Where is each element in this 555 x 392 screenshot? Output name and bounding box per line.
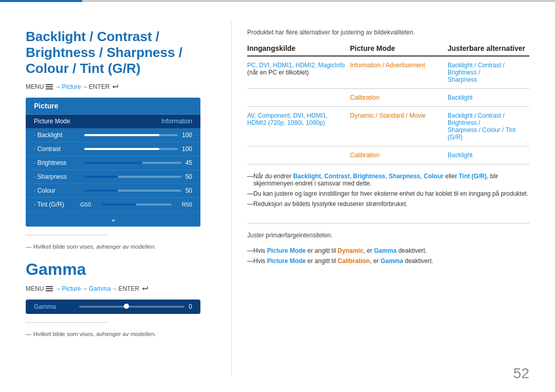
right-section2: Juster primærfargeintensiteten. Hvis Pic… (247, 232, 529, 265)
menu-label-2: MENU (26, 285, 44, 292)
backlight-row[interactable]: · Backlight 100 (26, 128, 200, 142)
section1-title: Backlight / Contrast / Brightness / Shar… (26, 29, 216, 77)
menu-icon (46, 84, 53, 89)
section2-note: Hvilket bilde som vises, avhenger av mod… (26, 331, 216, 337)
td-1-1-text: PC, DVI, HDMI1, HDMI2, MagicInfo (247, 62, 345, 69)
td-4-3-text: Backlight (448, 152, 473, 159)
gamma-intro: Juster primærfargeintensiteten. (247, 232, 529, 239)
td-1-1: PC, DVI, HDMI1, HDMI2, MagicInfo (når en… (247, 62, 350, 76)
sharpness-slider[interactable] (84, 176, 181, 178)
td-2-2-text: Calibration (350, 94, 379, 101)
gamma-row-value: 0 (189, 303, 192, 310)
enter-label-2: ENTER (118, 285, 139, 292)
td-3-1-text-1: AV, Component, DVI, HDMI1, (247, 112, 328, 119)
td-1-2-text: Information / Advertisement (350, 62, 425, 69)
section1-note: Hvilket bilde som vises, avhenger av mod… (26, 244, 216, 250)
td-2-2: Calibration (350, 94, 448, 101)
picture-link[interactable]: Picture (62, 83, 81, 90)
gamma-panel: Gamma 0 (26, 300, 200, 314)
page-number: 52 (513, 365, 529, 382)
colour-value: 50 (186, 187, 192, 194)
brightness-value: 45 (186, 159, 192, 166)
menu-label: MENU (26, 83, 44, 90)
section2: Gamma MENU → Picture → Gamma → ENTER Gam… (26, 260, 216, 337)
arrow-2: → (82, 84, 88, 90)
picture-mode-label: Picture Mode (34, 118, 70, 125)
backlight-value: 100 (182, 132, 192, 139)
picture-panel: Picture Picture Mode Information · Backl… (26, 98, 200, 227)
td-4-3: Backlight (448, 152, 529, 159)
notes-section: Når du endrer Backlight, Contrast, Brigh… (247, 173, 529, 208)
td-3-3-text-1: Backlight / Contrast / Brightness / (448, 112, 505, 126)
gamma-row[interactable]: Gamma 0 (26, 300, 200, 314)
colour-slider[interactable] (84, 190, 181, 192)
td-2-3-text: Backlight (448, 94, 473, 101)
picture-mode-row[interactable]: Picture Mode Information (26, 115, 200, 128)
td-1-1-sub: (når en PC er tilkoblet) (247, 69, 309, 76)
gamma-link[interactable]: Gamma (89, 285, 111, 292)
table-header: Inngangskilde Picture Mode Justerbare al… (247, 44, 529, 57)
td-3-2-text: Dynamic / Standard / Movie (350, 112, 425, 119)
scroll-down-indicator: ⌄ (26, 212, 200, 227)
colour-label: · Colour (34, 187, 80, 194)
brightness-slider[interactable] (84, 162, 181, 164)
divider-2 (26, 322, 108, 323)
enter-label: ENTER (89, 83, 110, 90)
sharpness-row[interactable]: · Sharpness 50 (26, 170, 200, 184)
menu-path-1: MENU → Picture → ENTER (26, 83, 216, 90)
right-section1: Produktet har flere alternativer for jus… (247, 29, 529, 208)
gamma-notes: Hvis Picture Mode er angitt til Dynamic,… (247, 247, 529, 265)
tint-left-label: G50 (80, 201, 95, 208)
contrast-row[interactable]: · Contrast 100 (26, 142, 200, 156)
td-3-2: Dynamic / Standard / Movie (350, 112, 448, 119)
picture-link-2[interactable]: Picture (62, 285, 81, 292)
enter-icon-2 (141, 286, 149, 292)
backlight-slider[interactable] (84, 134, 178, 136)
right-divider (247, 223, 529, 223)
panel-header: Picture (26, 98, 200, 115)
table-row: AV, Component, DVI, HDMI1, HDMI2 (720p, … (247, 107, 529, 146)
menu-icon-2 (46, 286, 53, 291)
enter-icon (112, 84, 119, 90)
col-header-3: Justerbare alternativer (448, 44, 529, 52)
sharpness-label: · Sharpness (34, 173, 80, 180)
left-column: Backlight / Contrast / Brightness / Shar… (26, 21, 231, 377)
td-1-3: Backlight / Contrast / Brightness / Shar… (448, 62, 529, 83)
gamma-slider[interactable] (79, 306, 184, 308)
note-2: Du kan justere og lagre innstillinger fo… (247, 190, 529, 197)
td-1-3-text-1: Backlight / Contrast / Brightness / (448, 62, 505, 76)
td-1-2: Information / Advertisement (350, 62, 448, 69)
colour-row[interactable]: · Colour 50 (26, 184, 200, 198)
td-3-3-text-2: Sharpness / Colour / Tint (G/R) (448, 126, 515, 141)
gamma-note-2: Hvis Picture Mode er angitt til Calibrat… (247, 257, 529, 265)
td-3-1-text-2: HDMI2 (720p, 1080i, 1080p) (247, 119, 325, 126)
right-column: Produktet har flere alternativer for jus… (231, 21, 529, 377)
tint-right-label: R50 (178, 201, 192, 208)
td-2-3: Backlight (448, 94, 529, 101)
tint-label: · Tint (G/R) (34, 201, 80, 208)
backlight-label: · Backlight (34, 132, 80, 139)
picture-mode-value: Information (161, 118, 192, 125)
contrast-slider[interactable] (84, 148, 178, 150)
menu-path-2: MENU → Picture → Gamma → ENTER (26, 285, 216, 292)
td-1-3-text-2: Sharpness (448, 76, 477, 83)
table-row: Calibration Backlight (247, 89, 529, 107)
gamma-row-label: Gamma (34, 303, 75, 310)
note-1: Når du endrer Backlight, Contrast, Brigh… (247, 173, 529, 187)
gamma-title: Gamma (26, 260, 216, 279)
gamma-slider-thumb (124, 304, 129, 309)
arrow-1: → (55, 84, 61, 90)
contrast-label: · Contrast (34, 145, 80, 153)
arrow-3: → (55, 286, 61, 292)
divider-1 (26, 235, 108, 235)
brightness-row[interactable]: · Brightness 45 (26, 156, 200, 170)
note-3: Reduksjon av bildets lysstyrke reduserer… (247, 200, 529, 208)
tint-slider[interactable] (101, 203, 172, 206)
table-row: PC, DVI, HDMI1, HDMI2, MagicInfo (når en… (247, 57, 529, 89)
arrow-5: → (112, 286, 117, 292)
table-row: Calibration Backlight (247, 146, 529, 164)
contrast-value: 100 (182, 145, 192, 153)
tint-row[interactable]: · Tint (G/R) G50 R50 (26, 198, 200, 212)
td-3-3: Backlight / Contrast / Brightness / Shar… (448, 112, 529, 141)
sharpness-value: 50 (186, 173, 192, 180)
